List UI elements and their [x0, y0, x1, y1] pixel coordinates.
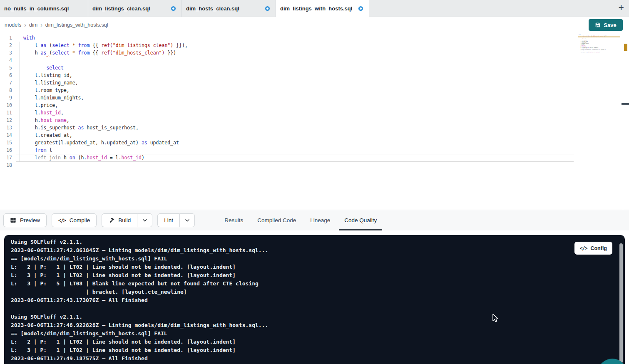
config-button[interactable]: </> Config	[574, 242, 612, 255]
lint-warning-marker	[624, 44, 627, 51]
lint-button[interactable]: Lint	[157, 213, 179, 227]
build-label: Build	[118, 217, 131, 223]
line-numbers: 123456789101112131415161718	[0, 34, 12, 169]
build-button-group: Build	[102, 213, 152, 227]
lint-button-group: Lint	[157, 213, 195, 227]
breadcrumb-item-file: dim_listings_with_hosts.sql	[45, 22, 108, 28]
tab-lineage-label: Lineage	[310, 217, 330, 223]
tab-bar-filler: +	[369, 0, 629, 17]
breadcrumb-row: models › dim › dim_listings_with_hosts.s…	[0, 17, 629, 33]
preview-label: Preview	[20, 217, 40, 223]
overview-ruler	[623, 33, 629, 210]
tab-dim-hosts-clean-sql[interactable]: dim_hosts_clean.sql	[182, 0, 276, 17]
tab-dim-listings-clean-sql[interactable]: dim_listings_clean.sql	[88, 0, 182, 17]
compile-label: Compile	[70, 217, 90, 223]
code-editor[interactable]: 123456789101112131415161718 with l as (s…	[0, 33, 629, 210]
unsaved-changes-dot-icon	[265, 6, 270, 11]
code-icon: </>	[58, 218, 66, 223]
tab-code-quality[interactable]: Code Quality	[337, 210, 384, 230]
unsaved-changes-dot-icon	[171, 6, 176, 11]
action-toolbar: Preview </> Compile Build Lint	[0, 210, 629, 230]
compile-button[interactable]: </> Compile	[52, 213, 97, 227]
breadcrumb-item-models: models	[5, 22, 21, 28]
build-button[interactable]: Build	[102, 213, 137, 227]
tab-label: dim_listings_clean.sql	[92, 5, 150, 12]
tab-results-label: Results	[224, 217, 243, 223]
minimap[interactable]: with l as (select * from {{ ref("dim_lis…	[579, 34, 620, 54]
chevron-right-icon: ›	[40, 22, 42, 28]
tab-compiled-code[interactable]: Compiled Code	[250, 210, 303, 230]
new-tab-button[interactable]: +	[614, 3, 629, 14]
save-button-label: Save	[604, 22, 616, 28]
preview-button[interactable]: Preview	[3, 213, 47, 227]
chevron-right-icon: ›	[24, 22, 26, 28]
result-panel-tabs: Results Compiled Code Lineage Code Quali…	[217, 210, 384, 230]
dbt-ide-window: no_nulls_in_columns.sql dim_listings_cle…	[0, 0, 629, 364]
code-icon: </>	[580, 245, 587, 251]
unsaved-changes-dot-icon	[358, 6, 363, 11]
save-button[interactable]: Save	[589, 19, 623, 31]
tab-label: dim_listings_with_hosts.sql	[280, 5, 352, 12]
terminal-wrapper: Using SQLFluff v2.1.1. 2023-06-06T11:27:…	[0, 230, 629, 364]
tab-compiled-code-label: Compiled Code	[257, 217, 296, 223]
save-floppy-icon	[595, 22, 601, 28]
tab-no-nulls-in-columns-sql[interactable]: no_nulls_in_columns.sql	[0, 0, 88, 17]
terminal-output: Using SQLFluff v2.1.1. 2023-06-06T11:27:…	[4, 235, 625, 364]
indent-guide	[20, 42, 20, 161]
tab-results[interactable]: Results	[217, 210, 250, 230]
minimap-code: with l as (select * from {{ ref("dim_lis…	[579, 34, 620, 54]
terminal-scrollbar[interactable]	[619, 243, 623, 363]
build-dropdown-button[interactable]	[137, 213, 152, 227]
lint-dropdown-button[interactable]	[179, 213, 195, 227]
tab-label: no_nulls_in_columns.sql	[4, 5, 69, 12]
lint-label: Lint	[164, 217, 173, 223]
tab-code-quality-label: Code Quality	[344, 217, 377, 223]
chevron-down-icon	[142, 218, 148, 223]
tab-label: dim_hosts_clean.sql	[186, 5, 239, 12]
cursor-position-marker	[622, 103, 629, 105]
tab-lineage[interactable]: Lineage	[303, 210, 337, 230]
code-content[interactable]: with l as (select * from {{ ref("dim_lis…	[23, 34, 188, 169]
chevron-down-icon	[184, 218, 190, 223]
table-grid-icon	[10, 217, 16, 223]
breadcrumb-item-dim: dim	[29, 22, 37, 28]
tab-dim-listings-with-hosts-sql[interactable]: dim_listings_with_hosts.sql	[276, 0, 369, 17]
code-quality-terminal: Using SQLFluff v2.1.1. 2023-06-06T11:27:…	[4, 235, 625, 364]
config-label: Config	[590, 245, 607, 251]
file-tab-bar: no_nulls_in_columns.sql dim_listings_cle…	[0, 0, 629, 17]
hammer-icon	[108, 217, 114, 223]
